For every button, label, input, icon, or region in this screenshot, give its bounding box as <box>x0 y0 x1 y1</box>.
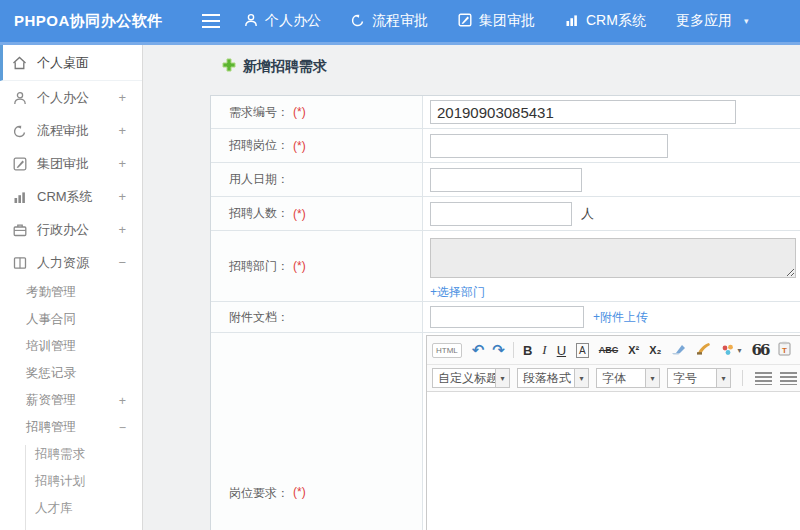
headcount-input[interactable] <box>430 202 572 226</box>
nav-more-apps[interactable]: 更多应用 ▾ <box>676 12 749 30</box>
upload-attachment-link[interactable]: +附件上传 <box>593 309 648 326</box>
sidebar-item-personal-office[interactable]: 个人办公 + <box>0 81 142 114</box>
sub-item-label: 人事合同 <box>26 311 76 328</box>
editor-content-area[interactable] <box>427 392 800 530</box>
expand-icon[interactable]: + <box>118 156 126 171</box>
caret-down-icon: ▾ <box>645 369 659 387</box>
nav-label: CRM系统 <box>586 12 646 30</box>
eraser-icon[interactable] <box>671 343 686 358</box>
caret-down-icon: ▾ <box>744 16 749 26</box>
superscript-button[interactable]: X² <box>628 344 639 356</box>
required-mark: (*) <box>293 139 306 153</box>
sidebar-item-talent-pool[interactable]: 人才库 <box>0 495 142 522</box>
sidebar-item-recruit-mgmt[interactable]: 招聘管理− <box>0 414 142 441</box>
sidebar-item-admin-office[interactable]: 行政办公 + <box>0 213 142 246</box>
department-textarea[interactable] <box>430 238 796 278</box>
select-department-link[interactable]: +选择部门 <box>430 284 485 301</box>
caret-down-icon: ▾ <box>737 346 741 355</box>
attachment-input[interactable] <box>430 306 584 328</box>
collapse-icon[interactable]: − <box>119 421 126 435</box>
nav-label: 更多应用 <box>676 12 732 30</box>
sidebar-item-crm[interactable]: CRM系统 + <box>0 180 142 213</box>
form-row-department: 招聘部门：(*) +选择部门 <box>211 231 800 302</box>
sub-item-label: 奖惩记录 <box>26 365 76 382</box>
sidebar-item-hr-contract[interactable]: 人事合同 <box>0 306 142 333</box>
subsub-item-label: 人才库 <box>35 500 73 517</box>
background-color-button[interactable]: A <box>576 343 589 358</box>
sidebar-item-label: 行政办公 <box>37 221 89 239</box>
nav-workflow-approval[interactable]: 流程审批 <box>351 12 428 30</box>
field-label: 附件文档： <box>211 302 423 332</box>
edit-icon <box>12 156 27 171</box>
expand-icon[interactable]: + <box>119 394 126 408</box>
svg-text:T: T <box>782 346 787 355</box>
custom-heading-select[interactable]: 自定义标题▾ <box>432 368 510 388</box>
blockquote-button[interactable]: 66 <box>751 341 768 359</box>
strikethrough-button[interactable]: ABC <box>599 345 619 355</box>
sidebar-item-recruit-demand[interactable]: 招聘需求 <box>0 441 142 468</box>
field-label: 招聘岗位：(*) <box>211 129 423 162</box>
sidebar-item-label: 个人桌面 <box>37 54 89 72</box>
expand-icon[interactable]: + <box>118 222 126 237</box>
redo-icon[interactable]: ↷ <box>492 341 505 359</box>
sidebar-item-group-approval[interactable]: 集团审批 + <box>0 147 142 180</box>
nav-personal-office[interactable]: 个人办公 <box>244 12 321 30</box>
font-size-select[interactable]: 字号▾ <box>667 368 731 388</box>
align-left-icon[interactable] <box>755 372 772 385</box>
collapse-icon[interactable]: − <box>118 255 126 270</box>
form-row-attachment: 附件文档： +附件上传 <box>211 302 800 333</box>
edit-icon <box>458 13 479 30</box>
sidebar-item-workflow[interactable]: 流程审批 + <box>0 114 142 147</box>
hamburger-menu-icon[interactable] <box>202 14 222 29</box>
user-icon <box>12 90 27 105</box>
book-icon <box>12 255 27 270</box>
required-mark: (*) <box>293 207 306 221</box>
expand-icon[interactable]: + <box>118 90 126 105</box>
html-source-button[interactable]: HTML <box>432 343 462 358</box>
sub-item-label: 招聘管理 <box>26 419 76 436</box>
required-mark: (*) <box>293 485 306 499</box>
sub-item-label: 薪资管理 <box>26 392 76 409</box>
paste-icon[interactable]: T <box>778 341 791 359</box>
sub-item-label: 考勤管理 <box>26 284 76 301</box>
hire-date-input[interactable] <box>430 168 582 192</box>
flow-icon <box>351 13 372 30</box>
field-label: 招聘部门：(*) <box>211 231 423 301</box>
sidebar-item-attendance[interactable]: 考勤管理 <box>0 279 142 306</box>
nav-label: 流程审批 <box>372 12 428 30</box>
sidebar-item-desktop[interactable]: 个人桌面 <box>0 45 142 81</box>
subscript-button[interactable]: X₂ <box>649 344 661 356</box>
form-row-job-requirements: 岗位要求：(*) HTML ↶ ↷ B I U A ABC X² X₂ <box>211 333 800 530</box>
toolbar-separator <box>742 370 743 386</box>
nav-label: 集团审批 <box>479 12 535 30</box>
expand-icon[interactable]: + <box>118 189 126 204</box>
position-input[interactable] <box>430 134 668 158</box>
rich-text-editor: HTML ↶ ↷ B I U A ABC X² X₂ ▾ <box>426 335 800 530</box>
tree-indent-line <box>25 445 26 530</box>
brush-icon[interactable] <box>696 342 711 358</box>
font-family-select[interactable]: 字体▾ <box>596 368 660 388</box>
italic-button[interactable]: I <box>542 342 546 358</box>
form-row-position: 招聘岗位：(*) <box>211 129 800 163</box>
sidebar-item-hr[interactable]: 人力资源 − <box>0 246 142 279</box>
sidebar-item-salary[interactable]: 薪资管理+ <box>0 387 142 414</box>
nav-group-approval[interactable]: 集团审批 <box>458 12 535 30</box>
home-icon <box>12 55 27 70</box>
underline-button[interactable]: U <box>557 343 566 358</box>
bold-button[interactable]: B <box>523 343 532 358</box>
sidebar-item-recruit-plan[interactable]: 招聘计划 <box>0 468 142 495</box>
chart-icon <box>12 189 27 204</box>
sidebar-item-label: 个人办公 <box>37 89 89 107</box>
required-mark: (*) <box>293 259 306 273</box>
paragraph-format-select[interactable]: 段落格式▾ <box>517 368 589 388</box>
sidebar-item-training[interactable]: 培训管理 <box>0 333 142 360</box>
nav-crm-system[interactable]: CRM系统 <box>565 12 646 30</box>
expand-icon[interactable]: + <box>118 123 126 138</box>
undo-icon[interactable]: ↶ <box>472 341 485 359</box>
field-label: 用人日期： <box>211 163 423 196</box>
demand-no-input[interactable] <box>430 100 736 124</box>
page-title: 新增招聘需求 <box>222 58 327 76</box>
align-center-icon[interactable] <box>780 372 797 385</box>
palette-icon[interactable]: ▾ <box>721 344 741 356</box>
sidebar-item-rewards[interactable]: 奖惩记录 <box>0 360 142 387</box>
